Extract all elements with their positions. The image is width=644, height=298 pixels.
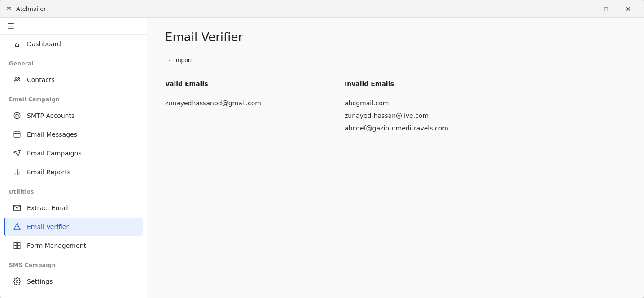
section-sms-campaign: SMS Campaign bbox=[0, 255, 147, 272]
svg-rect-16 bbox=[18, 246, 20, 249]
main-content: Email Verifier → Import Valid Emails Inv… bbox=[147, 18, 644, 298]
sidebar-item-email-reports[interactable]: Email Reports bbox=[4, 163, 143, 181]
dashboard-icon: ⌂ bbox=[13, 39, 22, 48]
svg-rect-15 bbox=[14, 246, 17, 249]
sidebar-label-dashboard: Dashboard bbox=[27, 40, 61, 48]
sidebar-label-email-campaigns: Email Campaigns bbox=[27, 150, 82, 157]
import-arrow: → bbox=[165, 56, 171, 64]
sidebar-item-form-management[interactable]: Form Management bbox=[4, 237, 143, 255]
svg-rect-13 bbox=[14, 242, 17, 245]
section-utilities: Utilities bbox=[0, 181, 147, 199]
page-title: Email Verifier bbox=[165, 30, 626, 44]
title-bar-controls: ─ □ ✕ bbox=[573, 2, 639, 16]
sidebar-label-smtp: SMTP Accounts bbox=[27, 112, 74, 119]
import-label: Import bbox=[174, 56, 192, 64]
sidebar-item-extract-email[interactable]: Extract Email bbox=[4, 199, 143, 217]
col-header-invalid: Invalid Emails bbox=[345, 80, 626, 87]
close-button[interactable]: ✕ bbox=[618, 2, 639, 16]
invalid-email-1: abcgmail.com bbox=[345, 99, 626, 107]
invalid-email-2: zunayed-hassan@live.com bbox=[345, 112, 626, 119]
valid-email-2 bbox=[165, 112, 345, 119]
sidebar: ☰ ⌂ Dashboard General Contacts bbox=[0, 18, 147, 298]
table-row: zunayed-hassan@live.com bbox=[165, 109, 626, 122]
sidebar-item-email-campaigns[interactable]: Email Campaigns bbox=[4, 144, 143, 162]
import-button[interactable]: → Import bbox=[165, 53, 626, 67]
table-row: abcdef@gazipurmeditravels.com bbox=[165, 122, 626, 134]
email-verifier-icon bbox=[13, 222, 22, 231]
table-row: zunayedhassanbd@gmail.com abcgmail.com bbox=[165, 97, 626, 109]
sidebar-label-contacts: Contacts bbox=[27, 76, 55, 83]
app-title: Atelmailer bbox=[16, 5, 46, 12]
sidebar-item-settings[interactable]: Settings bbox=[4, 272, 143, 290]
valid-email-3 bbox=[165, 125, 345, 132]
invalid-email-3: abcdef@gazipurmeditravels.com bbox=[345, 125, 626, 132]
section-general: General bbox=[0, 53, 147, 70]
title-bar: ✉ Atelmailer ─ □ ✕ bbox=[0, 0, 644, 18]
svg-rect-14 bbox=[18, 242, 20, 245]
sidebar-label-email-messages: Email Messages bbox=[27, 131, 77, 138]
svg-point-2 bbox=[16, 114, 18, 117]
sidebar-label-email-verifier: Email Verifier bbox=[27, 223, 69, 230]
table-header: Valid Emails Invalid Emails bbox=[165, 75, 626, 93]
email-reports-icon bbox=[13, 168, 22, 177]
sidebar-header: ☰ bbox=[0, 18, 147, 35]
extract-email-icon bbox=[13, 203, 22, 212]
sidebar-label-form-management: Form Management bbox=[27, 242, 86, 249]
svg-point-1 bbox=[18, 77, 20, 79]
minimize-button[interactable]: ─ bbox=[573, 2, 594, 16]
svg-point-17 bbox=[16, 281, 18, 283]
app-icon: ✉ bbox=[5, 5, 13, 13]
col-header-valid: Valid Emails bbox=[165, 80, 345, 87]
sidebar-item-contacts[interactable]: Contacts bbox=[4, 71, 143, 89]
svg-rect-4 bbox=[14, 132, 20, 137]
maximize-button[interactable]: □ bbox=[596, 2, 616, 16]
email-campaigns-icon bbox=[13, 149, 22, 158]
table-body: zunayedhassanbd@gmail.com abcgmail.com z… bbox=[165, 93, 626, 134]
sidebar-item-smtp-accounts[interactable]: SMTP Accounts bbox=[4, 107, 143, 125]
main-header: Email Verifier bbox=[147, 18, 644, 49]
sidebar-label-extract-email: Extract Email bbox=[27, 204, 69, 212]
contacts-icon bbox=[13, 75, 22, 84]
divider bbox=[147, 73, 644, 73]
title-bar-left: ✉ Atelmailer bbox=[5, 5, 46, 13]
app-window: ✉ Atelmailer ─ □ ✕ ☰ ⌂ Dashboard General bbox=[0, 0, 644, 298]
app-body: ☰ ⌂ Dashboard General Contacts bbox=[0, 18, 644, 298]
table-area: Valid Emails Invalid Emails zunayedhassa… bbox=[147, 75, 644, 298]
valid-email-1: zunayedhassanbd@gmail.com bbox=[165, 99, 345, 107]
hamburger-icon[interactable]: ☰ bbox=[7, 22, 14, 31]
svg-point-0 bbox=[15, 78, 18, 80]
sidebar-item-email-messages[interactable]: Email Messages bbox=[4, 125, 143, 143]
settings-icon bbox=[13, 277, 22, 286]
sidebar-label-settings: Settings bbox=[27, 278, 53, 285]
email-messages-icon bbox=[13, 130, 22, 139]
sidebar-label-email-reports: Email Reports bbox=[27, 168, 70, 176]
svg-point-3 bbox=[14, 112, 20, 119]
sidebar-item-email-verifier[interactable]: Email Verifier bbox=[4, 218, 143, 236]
sidebar-item-dashboard[interactable]: ⌂ Dashboard bbox=[4, 35, 143, 53]
form-management-icon bbox=[13, 241, 22, 250]
section-email-campaign: Email Campaign bbox=[0, 89, 147, 106]
smtp-icon bbox=[13, 111, 22, 120]
